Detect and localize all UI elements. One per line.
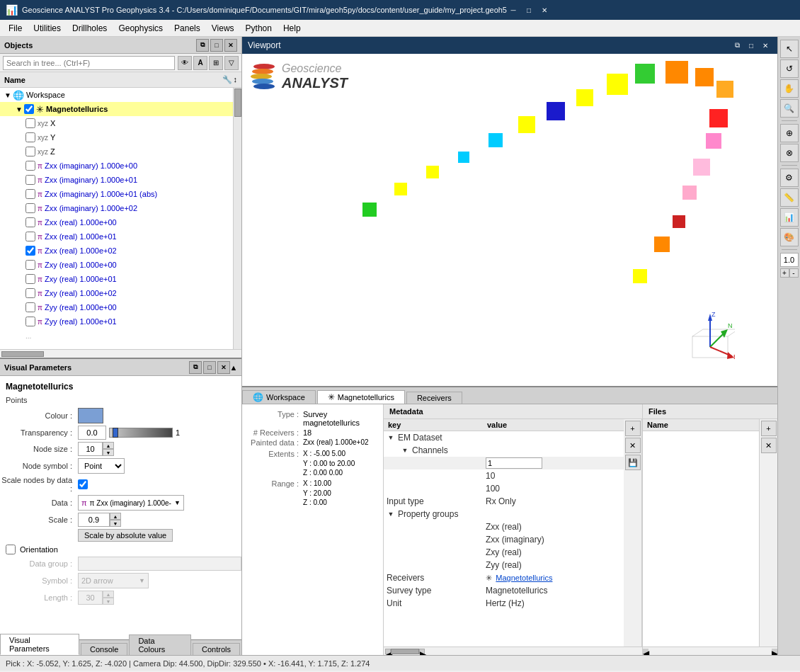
rtool-rotate-button[interactable]: ↺ [780, 59, 799, 78]
zoom-plus-button[interactable]: + [780, 268, 789, 278]
search-filter-a-icon[interactable]: A [193, 56, 207, 70]
zxx-re-10-checkbox[interactable] [25, 232, 35, 241]
tree-item-zxx-im-100[interactable]: π Zxx (imaginary) 1.000e+02 [0, 201, 233, 215]
ch1-input-area[interactable] [486, 457, 621, 469]
metadata-unit[interactable]: Unit Hertz (Hz) [384, 597, 624, 610]
metadata-pg-zxx-imag[interactable]: Zxx (imaginary) [384, 533, 624, 546]
tree-scrollbar-v[interactable] [233, 88, 241, 349]
tree-item-zxy-re-10[interactable]: π Zxy (real) 1.000e+01 [0, 272, 233, 286]
rtool-pan-button[interactable]: ✋ [780, 79, 799, 98]
search-eye-icon[interactable]: 👁 [178, 56, 192, 70]
tree-scrollbar-thumb[interactable] [234, 89, 241, 117]
metadata-delete-button[interactable]: ✕ [625, 438, 641, 453]
vp-collapse-button[interactable]: ▲ [230, 363, 237, 372]
metadata-em-dataset[interactable]: ▼ EM Dataset [384, 431, 624, 444]
vp-header-btn2[interactable]: □ [745, 39, 758, 52]
zxy-re-1-checkbox[interactable] [25, 260, 35, 270]
metadata-property-groups[interactable]: ▼ Property groups [384, 508, 624, 520]
expand-all-icon[interactable]: 🔧 [222, 75, 232, 84]
zyy-re-1-checkbox[interactable] [25, 302, 35, 312]
info-hscroll-right[interactable]: ▶ [419, 649, 425, 654]
rtool-palette-button[interactable]: 🎨 [780, 228, 799, 246]
metadata-pg-zxx-real[interactable]: Zxx (real) [384, 520, 624, 533]
maximize-button[interactable]: □ [522, 4, 535, 16]
metadata-pg-zyy-real[interactable]: Zyy (real) [384, 559, 624, 571]
scale-nodes-checkbox[interactable] [78, 479, 88, 489]
rtool-center-button[interactable]: ⊗ [780, 144, 799, 162]
tab-visual-parameters[interactable]: Visual Parameters [0, 634, 79, 655]
rtool-zoom-button[interactable]: 🔍 [780, 99, 799, 118]
tree-item-zxy-re-100[interactable]: π Zxy (real) 1.000e+02 [0, 286, 233, 300]
zxx-im-100-checkbox[interactable] [25, 203, 35, 213]
receivers-meta-value[interactable]: ✳ Magnetotellurics [486, 573, 621, 583]
length-up[interactable]: ▲ [103, 591, 114, 598]
data-dropdown[interactable]: π π Zxx (imaginary) 1.000e- ▼ [78, 495, 184, 511]
rtool-settings-button[interactable]: ⚙ [780, 169, 799, 187]
info-hscroll[interactable]: ◀ ▶ [384, 647, 642, 655]
colour-swatch[interactable] [78, 408, 103, 423]
tree-item-zyy-re-10[interactable]: π Zyy (real) 1.000e+01 [0, 314, 233, 329]
zyy-re-10-checkbox[interactable] [25, 317, 35, 326]
tree-item-zxy-re-1[interactable]: π Zxy (real) 1.000e+00 [0, 258, 233, 272]
collapse-icon[interactable]: ↕ [234, 75, 238, 84]
files-hscroll-left[interactable]: ◀ [643, 649, 648, 654]
objects-close-button[interactable]: ✕ [224, 39, 237, 52]
files-hscroll[interactable]: ◀ ▶ [643, 647, 777, 655]
tree-hscrollbar[interactable] [0, 349, 241, 358]
tree-item-workspace[interactable]: ▼ 🌐 Workspace [0, 88, 233, 102]
vp-float-button[interactable]: □ [203, 361, 216, 374]
metadata-add-button[interactable]: + [625, 421, 641, 436]
tree-item-z[interactable]: xyz Z [0, 144, 233, 159]
transparency-input[interactable] [78, 426, 106, 440]
channel-1-input[interactable] [486, 457, 542, 469]
channels-expand[interactable]: ▼ [401, 447, 409, 454]
search-filter-b-icon[interactable]: ⊞ [209, 56, 223, 70]
objects-float-button[interactable]: □ [210, 39, 223, 52]
rtool-select-button[interactable]: ↖ [780, 40, 799, 58]
vp-dock-button[interactable]: ⧉ [189, 361, 202, 374]
files-hscroll-right[interactable]: ▶ [772, 649, 777, 654]
orientation-checkbox[interactable] [6, 545, 16, 554]
info-tab-magnetotellurics[interactable]: ✳ Magnetotellurics [317, 390, 405, 404]
metadata-channel-10[interactable]: 10 [384, 469, 624, 482]
metadata-receivers[interactable]: Receivers ✳ Magnetotellurics [384, 571, 624, 584]
scale-abs-button[interactable]: Scale by absolute value [78, 529, 173, 542]
info-hscroll-left[interactable]: ◀ [385, 649, 391, 654]
x-checkbox[interactable] [25, 118, 35, 128]
close-button[interactable]: ✕ [538, 4, 551, 16]
metadata-input-type[interactable]: Input type Rx Only [384, 495, 624, 508]
z-checkbox[interactable] [25, 147, 35, 156]
tree-item-magnetotellurics[interactable]: ▼ ✳ Magnetotellurics [0, 102, 233, 116]
tree-item-zxx-im-10abs[interactable]: π Zxx (imaginary) 1.000e+01 (abs) [0, 187, 233, 201]
menu-help[interactable]: Help [278, 22, 307, 35]
receivers-link[interactable]: Magnetotellurics [496, 574, 552, 582]
search-input[interactable] [3, 56, 175, 70]
mt-expand[interactable]: ▼ [14, 104, 24, 114]
zxx-re-100-checkbox[interactable] [25, 246, 35, 256]
scale-input[interactable] [78, 513, 110, 527]
zoom-input[interactable] [780, 253, 799, 267]
zxx-im-1-checkbox[interactable] [25, 161, 35, 171]
info-hscroll-thumb[interactable] [391, 649, 419, 654]
tab-console[interactable]: Console [81, 643, 127, 655]
search-filter-icon[interactable]: ▽ [224, 56, 239, 70]
vp-header-btn1[interactable]: ⧉ [731, 39, 743, 52]
node-size-down[interactable]: ▼ [103, 449, 114, 456]
tree-item-zxx-re-100[interactable]: π Zxx (real) 1.000e+02 [0, 244, 233, 258]
node-symbol-select[interactable]: Point Circle Square [78, 458, 125, 474]
transparency-slider[interactable] [109, 428, 173, 438]
metadata-channel-1[interactable] [384, 457, 624, 469]
em-expand[interactable]: ▼ [387, 434, 395, 441]
rtool-reset-button[interactable]: ⊕ [780, 124, 799, 142]
mt-checkbox[interactable] [24, 104, 34, 114]
scale-down[interactable]: ▼ [110, 520, 121, 527]
menu-utilities[interactable]: Utilities [28, 22, 67, 35]
tree-item-zxx-im-1[interactable]: π Zxx (imaginary) 1.000e+00 [0, 159, 233, 173]
y-checkbox[interactable] [25, 132, 35, 142]
node-size-up[interactable]: ▲ [103, 442, 114, 449]
zxx-im-10-checkbox[interactable] [25, 175, 35, 185]
symbol-dropdown[interactable]: 2D arrow ▼ [78, 573, 149, 588]
vp-close-button[interactable]: ✕ [217, 361, 230, 374]
zoom-minus-button[interactable]: - [789, 268, 799, 278]
info-tab-workspace[interactable]: 🌐 Workspace [242, 390, 316, 404]
